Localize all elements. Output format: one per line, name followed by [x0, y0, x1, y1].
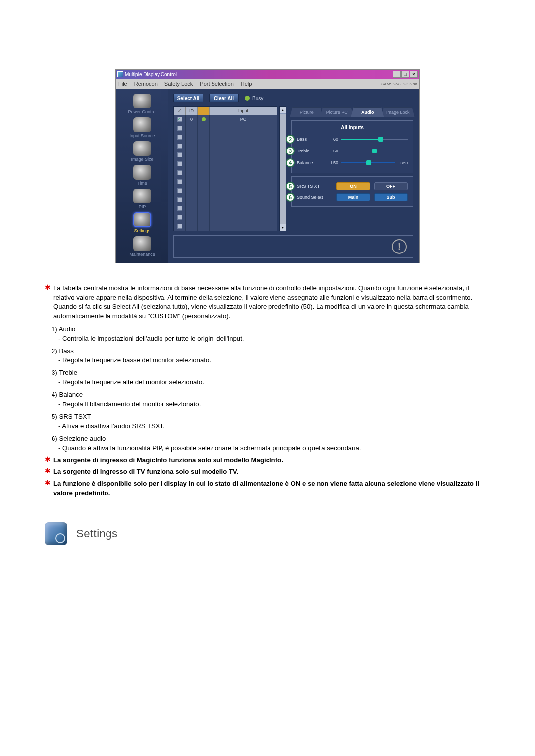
- settings-icon: [133, 212, 151, 227]
- row-checkbox[interactable]: [177, 215, 182, 220]
- select-all-button[interactable]: Select All: [173, 94, 203, 102]
- list-item: 1) Audio- Controlla le impostazioni dell…: [52, 324, 490, 343]
- busy-indicator: Busy: [245, 96, 263, 101]
- srs-on-button[interactable]: ON: [336, 182, 370, 190]
- sidebar-item-image-size[interactable]: Image Size: [131, 141, 153, 162]
- col-input[interactable]: Input: [210, 107, 277, 115]
- input-icon: [133, 117, 151, 132]
- audio-panel: All Inputs 2 Bass 60 3 Treble 50: [291, 120, 413, 173]
- scroll-down-icon[interactable]: ▼: [280, 224, 286, 231]
- menu-remocon[interactable]: Remocon: [134, 81, 158, 87]
- power-icon: [133, 94, 151, 108]
- info-icon[interactable]: !: [392, 239, 407, 254]
- bass-slider[interactable]: [341, 137, 408, 141]
- sound-main-button[interactable]: Main: [336, 193, 370, 201]
- list-item: 5) SRS TSXT- Attiva e disattiva l'audio …: [52, 412, 490, 431]
- balance-right: R50: [400, 161, 408, 165]
- note: La sorgente di ingresso di MagicInfo fun…: [54, 455, 490, 465]
- scrollbar[interactable]: ▲ ▼: [279, 106, 286, 231]
- srs-panel: 5 SRS TS XT ON OFF 6 Sound Select Main S…: [291, 176, 413, 207]
- balance-left: L50: [324, 160, 338, 165]
- badge-5: 5: [286, 182, 295, 191]
- sidebar-item-settings[interactable]: Settings: [133, 212, 151, 233]
- paragraph: La tabella centrale mostra le informazio…: [54, 283, 490, 321]
- sidebar: Power Control Input Source Image Size Ti…: [116, 89, 168, 263]
- row-checkbox[interactable]: [177, 126, 182, 131]
- sound-sub-button[interactable]: Sub: [374, 193, 408, 201]
- badge-4: 4: [286, 158, 295, 167]
- tab-picture-pc[interactable]: Picture PC: [321, 107, 354, 117]
- tab-picture[interactable]: Picture: [290, 107, 323, 117]
- treble-label: Treble: [297, 149, 321, 153]
- menu-file[interactable]: File: [118, 81, 127, 87]
- col-status[interactable]: [198, 107, 210, 115]
- pip-icon: [133, 189, 151, 203]
- section-title: Settings: [76, 527, 118, 540]
- menu-help[interactable]: Help: [241, 81, 252, 87]
- table-row[interactable]: [174, 142, 277, 151]
- treble-value: 50: [324, 149, 338, 153]
- bass-value: 60: [324, 137, 338, 142]
- settings-section-icon: [45, 522, 67, 545]
- table-row[interactable]: [174, 168, 277, 177]
- maximize-button[interactable]: □: [401, 71, 409, 78]
- row-checkbox[interactable]: [177, 117, 182, 122]
- table-row[interactable]: [174, 186, 277, 195]
- star-icon: ✱: [45, 467, 51, 476]
- row-checkbox[interactable]: [177, 197, 182, 202]
- document-text: ✱ La tabella centrale mostra le informaz…: [45, 283, 490, 498]
- menubar: File Remocon Safety Lock Port Selection …: [116, 79, 419, 89]
- table-row[interactable]: [174, 133, 277, 142]
- tab-audio[interactable]: 1 Audio: [351, 107, 384, 117]
- row-checkbox[interactable]: [177, 161, 182, 166]
- row-checkbox[interactable]: [177, 224, 182, 229]
- col-id[interactable]: ID: [186, 107, 198, 115]
- sidebar-item-input-source[interactable]: Input Source: [129, 117, 155, 138]
- badge-6: 6: [286, 193, 295, 202]
- srs-off-button[interactable]: OFF: [374, 182, 408, 190]
- menu-safety-lock[interactable]: Safety Lock: [164, 81, 193, 87]
- time-icon: [133, 165, 151, 180]
- row-checkbox[interactable]: [177, 144, 182, 149]
- scroll-up-icon[interactable]: ▲: [280, 107, 286, 114]
- list-item: 4) Balance- Regola il bilanciamento del …: [52, 390, 490, 408]
- sidebar-item-time[interactable]: Time: [133, 165, 151, 186]
- row-checkbox[interactable]: [177, 152, 182, 157]
- balance-slider[interactable]: [341, 161, 395, 165]
- table-row[interactable]: [174, 204, 277, 213]
- badge-2: 2: [286, 135, 295, 144]
- col-check[interactable]: ✓: [174, 107, 186, 115]
- close-button[interactable]: ×: [410, 71, 418, 78]
- brand-label: SAMSUNG DIGITall: [381, 82, 417, 86]
- table-row[interactable]: [174, 177, 277, 186]
- minimize-button[interactable]: _: [393, 71, 401, 78]
- sound-select-label: Sound Select: [297, 195, 332, 200]
- status-bar: !: [173, 235, 413, 258]
- panel-header: All Inputs: [297, 125, 408, 130]
- sidebar-item-maintenance[interactable]: Maintenance: [129, 236, 155, 257]
- table-row[interactable]: [174, 159, 277, 168]
- row-checkbox[interactable]: [177, 179, 182, 184]
- sidebar-item-power-control[interactable]: Power Control: [128, 94, 156, 114]
- status-dot-icon: [202, 117, 206, 121]
- row-checkbox[interactable]: [177, 206, 182, 211]
- table-row[interactable]: [174, 124, 277, 133]
- table-row[interactable]: [174, 195, 277, 204]
- star-icon: ✱: [45, 479, 51, 498]
- sidebar-item-pip[interactable]: PIP: [133, 189, 151, 209]
- row-checkbox[interactable]: [177, 188, 182, 193]
- clear-all-button[interactable]: Clear All: [209, 94, 239, 102]
- table-row[interactable]: [174, 213, 277, 222]
- table-row[interactable]: [174, 222, 277, 231]
- row-checkbox[interactable]: [177, 170, 182, 175]
- note: La funzione è disponibile solo per i dis…: [54, 479, 490, 498]
- srs-label: SRS TS XT: [297, 184, 332, 189]
- tab-image-lock[interactable]: Image Lock: [381, 107, 415, 117]
- table-row[interactable]: 0 PC: [174, 115, 277, 124]
- menu-port-selection[interactable]: Port Selection: [200, 81, 233, 87]
- table-row[interactable]: [174, 151, 277, 159]
- titlebar: Multiple Display Control _ □ ×: [116, 70, 419, 79]
- busy-dot-icon: [245, 96, 250, 101]
- treble-slider[interactable]: [341, 149, 408, 153]
- row-checkbox[interactable]: [177, 135, 182, 140]
